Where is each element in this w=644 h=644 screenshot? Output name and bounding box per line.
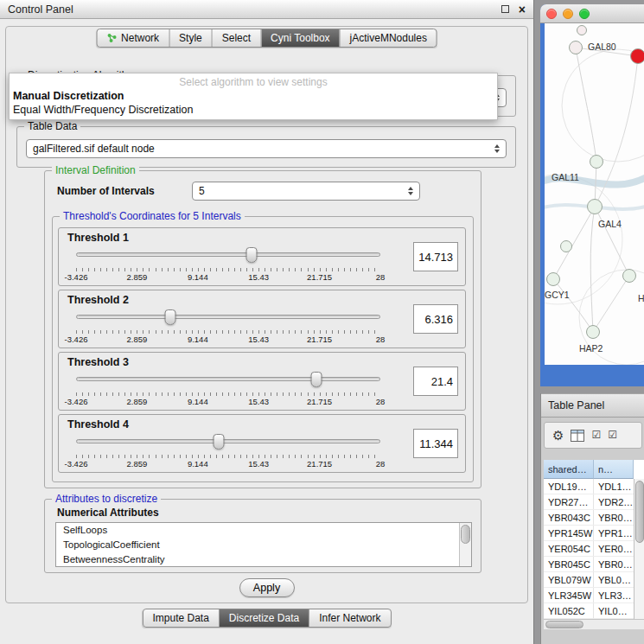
network-node[interactable] [630, 48, 644, 64]
cell[interactable]: YBR043C [544, 510, 594, 525]
threshold-3-slider[interactable]: -3.4262.8599.14415.4321.71528 [76, 370, 380, 410]
threshold-4-panel: Threshold 4 -3.4262.8599.14415.4321.7152… [58, 414, 466, 473]
tab-cyni-toolbox[interactable]: Cyni Toolbox [260, 29, 339, 47]
close-icon[interactable]: × [519, 5, 526, 14]
table-row[interactable]: YDR27…YDR2… [544, 494, 644, 510]
list-item[interactable]: TopologicalCoefficient [56, 538, 471, 552]
table-row[interactable]: YBR045CYBR0… [544, 557, 644, 572]
cell[interactable]: YBR0… [594, 557, 634, 571]
threshold-1-value-field[interactable]: 14.713 [413, 242, 458, 271]
scale-label: 2.859 [127, 335, 148, 344]
cell[interactable]: YDR2… [594, 494, 634, 509]
cell[interactable]: YDL19… [544, 479, 594, 494]
scrollbar-thumb[interactable] [461, 525, 470, 544]
threshold-4-slider[interactable]: -3.4262.8599.14415.4321.71528 [76, 432, 380, 472]
scrollbar-thumb[interactable] [635, 481, 644, 543]
cell[interactable]: YPR1… [594, 526, 634, 540]
slider-scale: -3.4262.8599.14415.4321.71528 [76, 459, 380, 469]
cell[interactable]: YDL1… [594, 479, 634, 494]
threshold-4-value-field[interactable]: 11.344 [413, 429, 458, 458]
cell[interactable]: YIL052C [544, 603, 594, 618]
cell[interactable]: YLR3… [594, 588, 634, 603]
table-row[interactable]: YIL052CYIL0… [544, 603, 644, 619]
algorithm-placeholder-option[interactable]: Select algorithm to view settings [10, 73, 497, 89]
threshold-3-value-field[interactable]: 21.4 [413, 367, 458, 396]
threshold-2-value-field[interactable]: 6.316 [413, 304, 458, 334]
slider-track[interactable] [76, 315, 380, 319]
cell[interactable]: YBR0… [594, 510, 634, 525]
select-visible-columns-icon[interactable]: ☑ [608, 429, 617, 442]
cell[interactable]: YPR145W [544, 526, 594, 540]
threshold-1-slider[interactable]: -3.4262.8599.14415.4321.71528 [76, 245, 380, 285]
table-row[interactable]: YLR345WYLR3… [544, 588, 644, 603]
threshold-1-panel: Threshold 1 -3.4262.8599.14415.4321.7152… [58, 227, 466, 286]
threshold-label: Threshold 4 [67, 418, 129, 430]
network-node[interactable] [569, 41, 583, 54]
algorithm-option-manual[interactable]: Manual Discretization [10, 89, 497, 103]
network-node[interactable] [622, 269, 636, 283]
column-header-shared-name[interactable]: shared… [544, 460, 594, 479]
table-vertical-scrollbar[interactable] [634, 479, 644, 619]
slider-thumb[interactable] [246, 247, 258, 263]
threshold-2-slider[interactable]: -3.4262.8599.14415.4321.71528 [76, 308, 380, 348]
network-node[interactable] [546, 272, 560, 286]
cell[interactable]: YIL0… [594, 603, 634, 618]
tab-style[interactable]: Style [169, 29, 212, 47]
tab-discretize-data[interactable]: Discretize Data [219, 609, 309, 627]
cell[interactable]: YBR045C [544, 557, 594, 571]
network-node[interactable] [560, 240, 572, 252]
tab-label: Network [121, 32, 159, 44]
tab-select[interactable]: Select [212, 29, 260, 47]
tab-network[interactable]: Network [97, 29, 169, 47]
algorithm-option-equal-width[interactable]: Equal Width/Frequency Discretization [10, 103, 497, 117]
slider-track[interactable] [76, 439, 380, 443]
slider-thumb[interactable] [311, 372, 322, 387]
column-header-name[interactable]: n… [594, 460, 634, 479]
network-canvas[interactable]: GAL80GAL11GAL4GCY1HHAP2 [545, 23, 644, 365]
slider-track[interactable] [76, 252, 380, 257]
minimize-traffic-light[interactable] [563, 9, 573, 19]
cell[interactable]: YBL0… [594, 572, 634, 587]
number-of-intervals-combo[interactable]: 5 [192, 182, 420, 201]
table-row[interactable]: YPR145WYPR1… [544, 526, 644, 541]
table-row[interactable]: YDL19…YDL1… [544, 479, 644, 494]
cell[interactable]: YER054C [544, 541, 594, 556]
tab-jactivemnodules[interactable]: jActiveMNodules [340, 29, 437, 47]
network-node-label: GAL4 [598, 219, 622, 229]
slider-track[interactable] [76, 377, 380, 381]
tab-impute-data[interactable]: Impute Data [143, 609, 218, 627]
network-node[interactable] [590, 155, 603, 169]
tab-infer-network[interactable]: Infer Network [309, 609, 390, 627]
cell[interactable]: YER0… [594, 541, 634, 556]
float-window-icon[interactable] [501, 5, 509, 13]
table-horizontal-scrollbar[interactable] [544, 619, 644, 629]
slider-thumb[interactable] [214, 434, 225, 450]
zoom-traffic-light[interactable] [579, 9, 590, 19]
close-traffic-light[interactable] [546, 9, 557, 19]
number-of-intervals-value: 5 [199, 185, 205, 197]
cell[interactable]: YBL079W [544, 572, 594, 587]
network-node[interactable] [587, 199, 603, 214]
gear-icon[interactable]: ⚙ [552, 429, 564, 442]
list-item[interactable]: BetweennessCentrality [56, 552, 471, 567]
apply-button[interactable]: Apply [239, 578, 295, 597]
scale-label: 2.859 [127, 397, 148, 406]
select-all-columns-icon[interactable]: ☑ [591, 429, 601, 442]
slider-thumb[interactable] [165, 309, 176, 325]
table-data-combo[interactable]: galFiltered.sif default node [26, 139, 507, 158]
attributes-scrollbar[interactable] [459, 523, 471, 566]
table-row[interactable]: YER054CYER0… [544, 541, 644, 557]
columns-icon[interactable] [571, 430, 584, 442]
list-item[interactable]: SelfLoops [56, 523, 471, 538]
table-row[interactable]: YBL079WYBL0… [544, 572, 644, 588]
scale-label: -3.426 [65, 335, 88, 344]
scale-label: -3.426 [65, 272, 88, 282]
cell[interactable]: YDR27… [544, 494, 594, 509]
control-panel-titlebar: Control Panel × [0, 0, 533, 19]
network-node[interactable] [577, 25, 587, 35]
table-panel: Table Panel ⚙ ☑ ☑ shared… n… YDL19…YDL1…… [540, 393, 644, 644]
cell[interactable]: YLR345W [544, 588, 594, 603]
table-row[interactable]: YBR043CYBR0… [544, 510, 644, 526]
scrollbar-thumb[interactable] [545, 621, 583, 628]
network-node[interactable] [586, 325, 600, 339]
